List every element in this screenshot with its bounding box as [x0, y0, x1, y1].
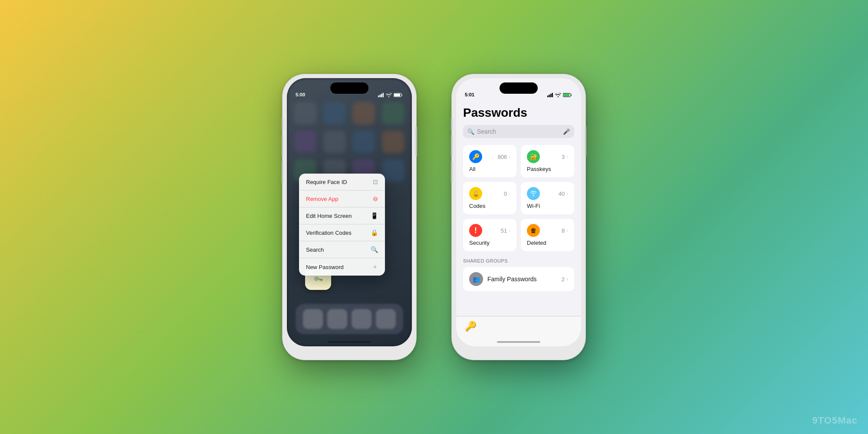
- power-button-2[interactable]: [585, 126, 586, 157]
- codes-label: Codes: [469, 203, 510, 209]
- wifi-label: Wi-Fi: [527, 203, 568, 209]
- passkeys-chevron: ›: [566, 154, 568, 159]
- deleted-label: Deleted: [527, 240, 568, 246]
- lock-icon: 🔒: [371, 229, 378, 236]
- group-name: Family Passwords: [487, 276, 557, 283]
- page-title: Passwords: [463, 106, 574, 120]
- category-wifi[interactable]: 40 › Wi-Fi: [521, 182, 574, 214]
- category-security[interactable]: ! 51 › Security: [463, 219, 516, 251]
- svg-rect-19: [550, 94, 552, 97]
- edit-home-icon: 📱: [371, 212, 378, 219]
- watermark: 9TO5Mac: [812, 415, 858, 426]
- all-label: All: [469, 166, 510, 172]
- wifi-symbol: [530, 191, 537, 197]
- phone2-time: 5:01: [465, 92, 474, 97]
- passwords-tab[interactable]: 🔑: [465, 321, 477, 332]
- wifi-icon-2: [555, 93, 561, 97]
- verification-label: Verification Codes: [306, 230, 352, 236]
- phone1-status-icons: [378, 93, 403, 97]
- passkeys-label: Passkeys: [527, 166, 568, 172]
- svg-rect-14: [321, 280, 322, 281]
- search-label: Search: [306, 247, 324, 253]
- tab-passwords-icon: 🔑: [465, 321, 477, 332]
- deleted-chevron: ›: [566, 228, 568, 233]
- mic-icon[interactable]: 🎤: [563, 128, 570, 135]
- search-bar-icon: 🔍: [467, 128, 474, 135]
- volume-down-button-2[interactable]: [451, 161, 452, 183]
- category-codes[interactable]: 🔒 0 › Codes: [463, 182, 516, 214]
- signal-icon-2: [547, 93, 553, 97]
- power-button[interactable]: [416, 126, 417, 157]
- passkeys-icon: 🔐: [527, 150, 540, 163]
- context-menu: Require Face ID ⊡ Remove App ⊖ Edit Home…: [299, 174, 385, 276]
- svg-rect-3: [383, 93, 384, 97]
- svg-rect-17: [547, 95, 549, 97]
- svg-rect-20: [552, 93, 553, 97]
- mute-button-2[interactable]: [451, 118, 452, 131]
- security-count: 51: [501, 227, 507, 234]
- menu-item-new-password[interactable]: New Password ＋: [299, 258, 385, 276]
- menu-item-search[interactable]: Search 🔍: [299, 241, 385, 258]
- dynamic-island: [330, 82, 368, 94]
- edit-home-label: Edit Home Screen: [306, 213, 352, 219]
- remove-icon: ⊖: [373, 195, 378, 202]
- volume-down-button[interactable]: [282, 161, 283, 183]
- category-passkeys[interactable]: 🔐 3 › Passkeys: [521, 145, 574, 178]
- svg-rect-15: [319, 279, 321, 281]
- dock-icon-1: [303, 309, 323, 329]
- phone1-dock: [296, 304, 403, 334]
- home-indicator-2: [497, 341, 540, 343]
- all-count: 806: [498, 154, 507, 160]
- codes-icon: 🔒: [469, 187, 482, 200]
- battery-icon: [394, 93, 403, 97]
- svg-rect-5: [394, 94, 400, 96]
- svg-rect-18: [549, 95, 550, 97]
- dock-icon-3: [352, 309, 372, 329]
- volume-up-button[interactable]: [282, 135, 283, 157]
- svg-rect-0: [378, 95, 379, 97]
- svg-rect-2: [381, 94, 382, 97]
- all-icon: 🔑: [469, 150, 482, 163]
- category-deleted[interactable]: 🗑 8 › Deleted: [521, 219, 574, 251]
- new-password-label: New Password: [306, 264, 344, 270]
- phone1-time: 5:00: [296, 92, 305, 97]
- category-all[interactable]: 🔑 806 › All: [463, 145, 516, 178]
- search-bar[interactable]: 🔍 Search 🎤: [463, 125, 574, 138]
- codes-chevron: ›: [509, 191, 510, 196]
- menu-item-face-id[interactable]: Require Face ID ⊡: [299, 174, 385, 191]
- phone2-status-icons: [547, 93, 572, 97]
- wifi-cat-icon: [527, 187, 540, 200]
- dock-icon-2: [327, 309, 347, 329]
- plus-icon: ＋: [372, 263, 378, 271]
- menu-item-verification[interactable]: Verification Codes 🔒: [299, 224, 385, 241]
- home-indicator: [328, 341, 371, 343]
- svg-rect-22: [563, 94, 569, 96]
- menu-item-edit-home[interactable]: Edit Home Screen 📱: [299, 207, 385, 224]
- menu-item-remove-app[interactable]: Remove App ⊖: [299, 191, 385, 207]
- mute-button[interactable]: [282, 118, 283, 131]
- passwords-content: Passwords 🔍 Search 🎤 🔑 806 ›: [456, 99, 581, 346]
- battery-icon-2: [563, 93, 572, 97]
- wifi-chevron: ›: [566, 191, 568, 196]
- category-grid: 🔑 806 › All 🔐 3 ›: [463, 145, 574, 251]
- phone-1: 5:00 Require: [282, 74, 417, 360]
- security-label: Security: [469, 240, 510, 246]
- svg-point-11: [314, 276, 319, 281]
- family-passwords-card[interactable]: 👥 Family Passwords 2 ›: [463, 267, 574, 291]
- phone2-screen: 5:01 Passwords: [456, 78, 581, 346]
- search-input[interactable]: Search: [477, 128, 560, 135]
- group-count: 2: [562, 276, 565, 283]
- remove-app-label: Remove App: [306, 196, 338, 202]
- dynamic-island-2: [500, 82, 538, 94]
- signal-icon: [378, 93, 384, 97]
- search-icon: 🔍: [371, 246, 378, 253]
- face-id-label: Require Face ID: [306, 179, 347, 185]
- codes-count: 0: [504, 191, 507, 197]
- face-id-icon: ⊡: [373, 178, 378, 185]
- wifi-count: 40: [559, 191, 565, 197]
- passkeys-count: 3: [562, 154, 565, 160]
- volume-up-button-2[interactable]: [451, 135, 452, 157]
- svg-rect-1: [380, 95, 381, 97]
- wifi-icon: [386, 93, 392, 97]
- security-chevron: ›: [509, 228, 510, 233]
